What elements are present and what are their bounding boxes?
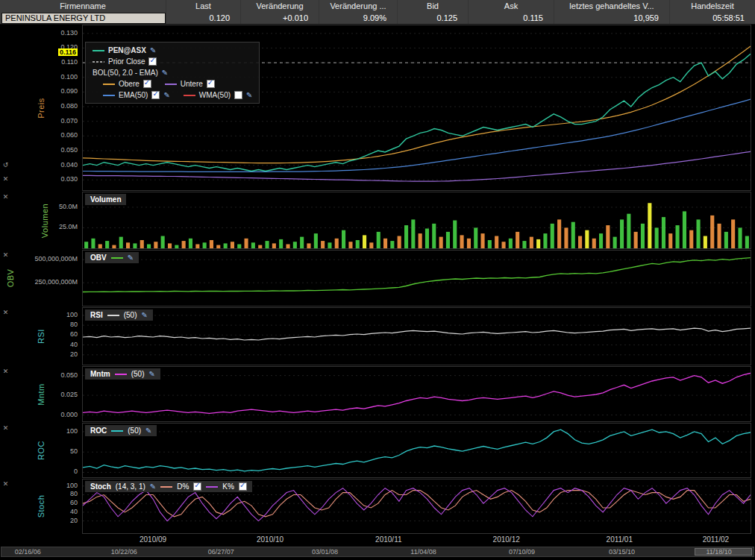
upper-band-line-sample xyxy=(103,84,115,85)
d-percent-checkbox[interactable] xyxy=(193,482,201,491)
momentum-param-label: (50) xyxy=(131,370,145,378)
k-percent-checkbox[interactable] xyxy=(239,482,247,491)
y-tick-label: 40 xyxy=(70,508,78,515)
rsi-line-sample xyxy=(107,315,119,316)
value-change: +0.010 xyxy=(240,12,319,24)
y-tick-label: 0.050 xyxy=(60,371,78,379)
header-label-firmenname: Firmenname xyxy=(0,0,166,12)
rsi-y-axis: 10080604020 xyxy=(0,307,80,365)
edit-icon[interactable]: ✎ xyxy=(162,69,168,77)
bollinger-label: BOL(50, 2.0 - EMA) xyxy=(93,69,158,77)
symbol-label: PEN@ASX xyxy=(108,46,146,54)
volume-y-axis: 50.0M25.0M xyxy=(0,192,80,249)
last-price-axis-marker: 0.116 xyxy=(58,48,78,56)
y-tick-label: 20 xyxy=(70,350,78,358)
momentum-y-axis: 0.0500.0250.000 xyxy=(0,366,80,422)
stochastic-panel-close-button[interactable]: ✕ xyxy=(1,480,10,488)
prior-close-line-sample xyxy=(93,61,104,63)
y-tick-label: 0.030 xyxy=(60,175,78,183)
roc-plot[interactable]: ROC (50) ✎ xyxy=(82,423,751,478)
time-range-scrollbar[interactable]: 02/16/0610/22/0606/27/0703/01/0811/04/08… xyxy=(1,547,754,557)
stochastic-plot[interactable]: Stoch (14, 3, 1) ✎ D% K% xyxy=(82,479,751,534)
value-last: 0.120 xyxy=(166,12,240,24)
y-tick-label: 0.025 xyxy=(60,391,78,398)
momentum-panel: Mntm 0.0500.0250.000 Mntm (50) ✎ xyxy=(0,366,755,422)
edit-icon[interactable]: ✎ xyxy=(128,254,134,262)
roc-plot-svg xyxy=(83,424,751,477)
edit-icon[interactable]: ✎ xyxy=(150,483,156,491)
obv-y-axis: 500,000,000M250,000,000M xyxy=(0,250,80,306)
y-tick-label: 80 xyxy=(70,490,78,497)
wma-checkbox[interactable] xyxy=(234,91,242,99)
scrollbar-date-label: 10/22/06 xyxy=(111,548,137,556)
roc-panel-close-button[interactable]: ✕ xyxy=(1,424,10,432)
header-label-last-traded-volume: letztes gehandeltes V... xyxy=(554,0,669,12)
x-axis-labels: 2010/092010/102010/112010/122011/012011/… xyxy=(82,535,751,546)
y-tick-label: 250,000,000M xyxy=(34,278,78,286)
prior-close-checkbox[interactable] xyxy=(148,57,157,66)
price-plot[interactable]: PEN@ASX ✎ Prior Close BOL(50, 2.0 - EMA)… xyxy=(82,25,751,191)
y-tick-label: 0.070 xyxy=(60,117,78,125)
momentum-plot[interactable]: Mntm (50) ✎ xyxy=(82,366,751,422)
scrollbar-date-label: 07/10/09 xyxy=(509,548,535,556)
upper-band-checkbox[interactable] xyxy=(143,80,151,88)
company-name-field[interactable]: PENINSULA ENERGY LTD xyxy=(1,13,166,24)
y-tick-label: 0.090 xyxy=(60,87,78,95)
y-tick-label: 40 xyxy=(70,341,78,348)
prior-close-legend-row: Prior Close xyxy=(93,57,252,66)
rsi-plot[interactable]: RSI (50) ✎ xyxy=(82,307,751,365)
header-label-veraenderung-pct: Veränderung ... xyxy=(319,0,397,12)
rsi-panel: RSI 10080604020 RSI (50) ✎ xyxy=(0,307,755,365)
y-tick-label: 0.060 xyxy=(60,131,78,139)
stochastic-param-label: (14, 3, 1) xyxy=(116,482,145,491)
obv-plot[interactable]: OBV ✎ xyxy=(82,250,751,306)
restore-icon[interactable]: ↺ xyxy=(1,161,10,169)
wma-label: WMA(50) xyxy=(199,91,231,99)
stochastic-legend-title: Stoch xyxy=(90,482,111,491)
y-tick-label: 100 xyxy=(66,482,78,489)
ema-checkbox[interactable] xyxy=(151,91,160,99)
volume-plot[interactable]: Volumen xyxy=(82,192,751,249)
price-panel-close-button[interactable]: ✕ xyxy=(1,175,10,183)
y-tick-label: 100 xyxy=(66,427,78,435)
bollinger-legend-row: BOL(50, 2.0 - EMA) ✎ xyxy=(93,69,252,77)
edit-icon[interactable]: ✎ xyxy=(145,427,151,435)
stochastic-legend: Stoch (14, 3, 1) ✎ D% K% xyxy=(85,481,252,492)
rsi-panel-close-button[interactable]: ✕ xyxy=(1,309,10,317)
scrollbar-date-label: 11/18/10 xyxy=(706,548,731,556)
trading-chart-window: Firmenname Last Veränderung Veränderung … xyxy=(0,0,755,560)
obv-line-sample xyxy=(111,257,123,259)
edit-icon[interactable]: ✎ xyxy=(141,312,147,319)
volume-panel-close-button[interactable]: ✕ xyxy=(1,193,10,201)
scrollbar-date-label: 11/04/08 xyxy=(410,548,436,556)
rsi-param-label: (50) xyxy=(124,311,137,319)
y-tick-label: 0.080 xyxy=(60,102,78,110)
x-axis-tick-label: 2010/11 xyxy=(375,535,401,544)
momentum-line-sample xyxy=(115,374,127,375)
edit-icon[interactable]: ✎ xyxy=(150,47,156,54)
y-tick-label: 50 xyxy=(70,447,78,455)
symbol-legend-row: PEN@ASX ✎ xyxy=(93,46,252,54)
obv-panel-close-button[interactable]: ✕ xyxy=(1,251,10,259)
moving-averages-row: EMA(50) ✎ WMA(50) ✎ xyxy=(93,91,252,99)
edit-icon[interactable]: ✎ xyxy=(163,92,169,99)
y-tick-label: 0.130 xyxy=(60,29,78,37)
x-axis-tick-label: 2011/01 xyxy=(607,535,633,544)
edit-icon[interactable]: ✎ xyxy=(148,371,154,378)
header-label-handelszeit: Handelszeit xyxy=(669,0,755,12)
scrollbar-date-label: 02/16/06 xyxy=(15,548,41,556)
y-tick-label: 0.100 xyxy=(60,73,78,81)
y-tick-label: 60 xyxy=(70,499,78,506)
rsi-legend: RSI (50) ✎ xyxy=(85,309,153,321)
momentum-legend-title: Mntm xyxy=(90,370,110,378)
scrollbar-date-label: 03/15/10 xyxy=(609,548,635,556)
lower-band-label: Untere xyxy=(181,80,203,88)
stochastic-y-axis: 10080604020 xyxy=(0,479,80,534)
obv-legend-title: OBV xyxy=(90,254,107,262)
roc-param-label: (50) xyxy=(128,427,141,435)
edit-icon[interactable]: ✎ xyxy=(246,92,252,99)
y-tick-label: 20 xyxy=(70,517,78,524)
momentum-panel-close-button[interactable]: ✕ xyxy=(1,368,10,376)
upper-band-label: Obere xyxy=(119,80,140,88)
lower-band-checkbox[interactable] xyxy=(207,80,215,88)
